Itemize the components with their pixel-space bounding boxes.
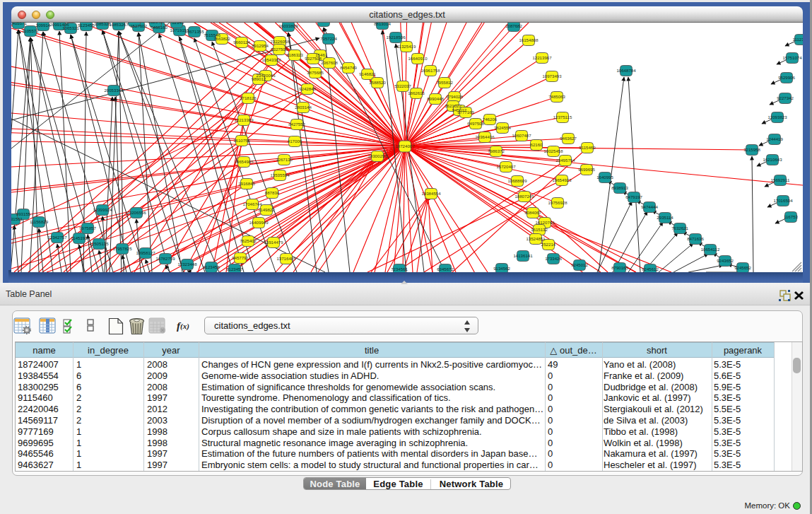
svg-text:23495794: 23495794 [555, 158, 575, 163]
svg-text:9327506: 9327506 [271, 47, 288, 52]
svg-text:8990448: 8990448 [427, 96, 444, 101]
svg-text:9242848: 9242848 [299, 86, 316, 91]
svg-text:989012: 989012 [252, 76, 266, 81]
svg-text:1105572: 1105572 [22, 28, 39, 33]
svg-text:9146821: 9146821 [359, 71, 376, 76]
svg-text:8427552: 8427552 [288, 122, 305, 127]
svg-text:8912954: 8912954 [252, 43, 269, 48]
svg-text:19384554: 19384554 [421, 191, 441, 196]
svg-text:18724007: 18724007 [395, 144, 415, 148]
svg-text:18300293: 18300293 [367, 153, 387, 158]
svg-text:116753: 116753 [784, 214, 798, 219]
svg-text:712345: 712345 [170, 23, 184, 25]
svg-text:9115460: 9115460 [579, 145, 596, 150]
svg-text:6466160: 6466160 [151, 25, 167, 30]
svg-text:9463627: 9463627 [560, 136, 577, 141]
svg-text:3875685: 3875685 [307, 70, 324, 75]
svg-text:16210643: 16210643 [763, 157, 782, 162]
svg-text:1405571: 1405571 [11, 23, 27, 25]
svg-text:2935114: 2935114 [657, 215, 673, 220]
svg-text:13716485: 13716485 [276, 256, 296, 261]
svg-text:2718126: 2718126 [240, 95, 257, 100]
svg-text:6479197: 6479197 [625, 194, 642, 199]
svg-text:15751074: 15751074 [782, 55, 802, 60]
svg-text:5322037: 5322037 [394, 83, 411, 88]
svg-text:3624554: 3624554 [494, 125, 511, 130]
svg-text:12375115: 12375115 [553, 115, 572, 119]
svg-text:2803144: 2803144 [295, 105, 312, 110]
svg-text:6497508: 6497508 [467, 121, 484, 126]
svg-text:887834: 887834 [265, 190, 280, 195]
svg-text:7955812: 7955812 [436, 80, 453, 85]
svg-text:8186323: 8186323 [286, 52, 303, 57]
svg-text:2367608: 2367608 [321, 60, 338, 65]
svg-text:15692911: 15692911 [771, 177, 790, 182]
svg-text:9931561: 9931561 [11, 216, 23, 221]
svg-text:9123455: 9123455 [78, 23, 95, 28]
svg-text:23226058: 23226058 [270, 39, 290, 44]
svg-text:19756928: 19756928 [548, 200, 567, 205]
svg-text:12399924: 12399924 [93, 207, 112, 212]
svg-text:19654985: 19654985 [234, 159, 254, 164]
svg-text:993155: 993155 [16, 211, 31, 216]
svg-text:9699695: 9699695 [578, 167, 595, 172]
svg-text:9245652: 9245652 [734, 265, 751, 270]
svg-text:12342757: 12342757 [47, 235, 67, 240]
svg-text:10973493: 10973493 [542, 74, 562, 78]
svg-text:417006: 417006 [288, 139, 302, 144]
svg-text:8938913: 8938913 [611, 185, 628, 190]
svg-text:9123456: 9123456 [203, 264, 220, 269]
svg-text:9243652: 9243652 [717, 258, 734, 263]
svg-text:1244419: 1244419 [766, 136, 783, 141]
svg-text:6794028: 6794028 [446, 94, 463, 99]
svg-text:16154808: 16154808 [519, 37, 539, 42]
svg-text:17016504: 17016504 [773, 198, 793, 203]
svg-text:13524851: 13524851 [526, 236, 546, 241]
svg-text:1615132: 1615132 [531, 227, 548, 232]
svg-text:17957825: 17957825 [112, 246, 132, 251]
svg-text:10958127: 10958127 [136, 250, 155, 255]
svg-text:1527602: 1527602 [130, 23, 147, 28]
svg-text:19218506: 19218506 [386, 35, 406, 40]
svg-text:1733426: 1733426 [545, 256, 562, 261]
svg-text:9134562: 9134562 [493, 266, 510, 271]
svg-text:8454749: 8454749 [340, 65, 357, 70]
svg-text:11156829: 11156829 [30, 219, 49, 224]
svg-text:1149822: 1149822 [258, 207, 275, 212]
svg-text:8790165: 8790165 [611, 265, 628, 270]
svg-text:9245012: 9245012 [571, 262, 588, 267]
svg-text:1065321: 1065321 [62, 25, 79, 30]
svg-text:12323448: 12323448 [177, 262, 197, 267]
svg-text:252214: 252214 [541, 242, 556, 247]
svg-text:8471636: 8471636 [687, 236, 704, 241]
svg-text:1862615: 1862615 [408, 90, 425, 95]
svg-text:8813014: 8813014 [374, 23, 391, 26]
svg-text:20206556: 20206556 [126, 210, 146, 215]
svg-text:9660124: 9660124 [233, 40, 250, 45]
svg-text:6345672: 6345672 [437, 267, 454, 271]
svg-text:1916845: 1916845 [238, 181, 255, 186]
svg-text:3215958: 3215958 [743, 147, 760, 152]
svg-text:16120746: 16120746 [535, 220, 555, 225]
svg-text:1640995: 1640995 [596, 175, 613, 180]
svg-text:16033809: 16033809 [278, 23, 298, 28]
svg-text:7632621: 7632621 [671, 226, 688, 230]
svg-text:7625402: 7625402 [240, 238, 257, 243]
svg-text:746206: 746206 [483, 117, 498, 122]
svg-text:9474444: 9474444 [641, 204, 658, 209]
svg-text:1588520: 1588520 [369, 80, 386, 85]
svg-text:9912341: 9912341 [315, 23, 332, 23]
svg-text:10607487: 10607487 [512, 133, 531, 138]
svg-text:15914479: 15914479 [264, 240, 283, 245]
svg-text:10654112: 10654112 [701, 247, 720, 252]
svg-text:1610755: 1610755 [233, 138, 250, 143]
svg-text:209914: 209914 [36, 23, 51, 28]
svg-text:1145191: 1145191 [71, 235, 88, 240]
svg-text:12505135: 12505135 [89, 241, 109, 246]
svg-text:7485063: 7485063 [548, 94, 565, 99]
svg-text:7663822: 7663822 [213, 36, 230, 41]
svg-text:16409949: 16409949 [249, 220, 269, 225]
svg-text:11325419: 11325419 [397, 44, 416, 49]
svg-text:16961758: 16961758 [420, 68, 440, 73]
svg-text:9457791: 9457791 [232, 255, 249, 260]
